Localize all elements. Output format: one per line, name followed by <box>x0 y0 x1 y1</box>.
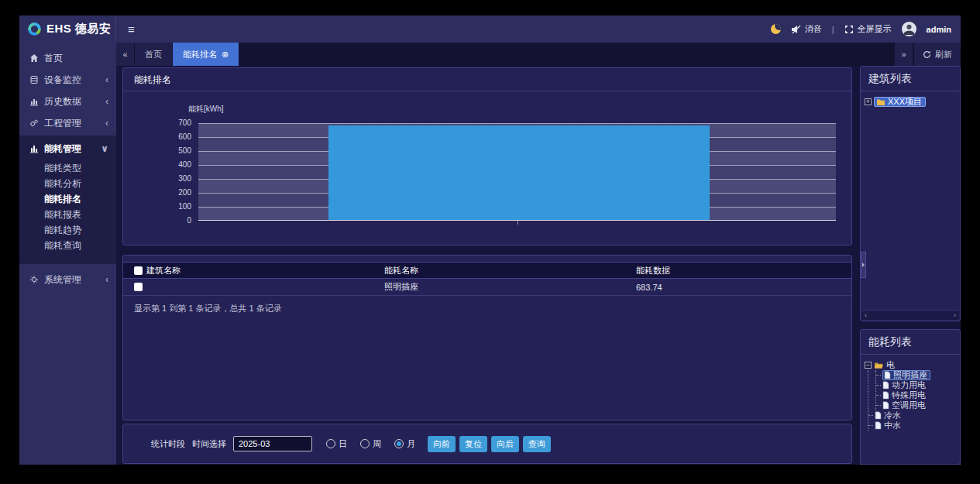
previous-button[interactable]: 向前 <box>428 436 456 452</box>
table-panel: 建筑名称 能耗名称 能耗数据 照明插座 683.74 显示第 1 到第 1 条记… <box>122 255 852 420</box>
y-axis-label: 能耗[kWh] <box>188 104 224 115</box>
sidebar-subitem-energy-report[interactable]: 能耗报表 <box>19 207 116 222</box>
mute-speaker-icon <box>791 25 801 34</box>
username-label[interactable]: admin <box>927 25 951 34</box>
topbar-divider: | <box>832 25 834 34</box>
building-tree-root[interactable]: + XXX项目 <box>865 97 956 107</box>
sidebar-subitem-energy-query[interactable]: 能耗查询 <box>19 238 116 253</box>
theme-moon-icon[interactable] <box>771 24 781 34</box>
chevron-left-icon: ‹ <box>105 274 108 285</box>
building-list-panel: 建筑列表 + XXX项目 ‹ › <box>860 66 961 321</box>
sidebar-item-history-data[interactable]: 历史数据 ‹ <box>19 91 116 112</box>
sidebar-subitem-energy-type[interactable]: 能耗类型 <box>19 160 116 176</box>
device-monitor-icon <box>29 75 39 84</box>
folder-icon <box>876 98 885 106</box>
column-header-energy-name: 能耗名称 <box>384 265 636 276</box>
collapse-arrow-icon <box>862 263 865 267</box>
sidebar-item-project-mgmt[interactable]: 工程管理 ‹ <box>19 112 116 134</box>
refresh-icon <box>923 50 931 59</box>
energy-tree-children: 照明插座 动力用电 特殊用电 空调用电 <box>875 370 956 410</box>
sidebar-subitem-energy-trend[interactable]: 能耗趋势 <box>19 222 116 238</box>
tabs-scroll-forward-button[interactable]: » <box>895 43 913 66</box>
expand-minus-icon[interactable]: − <box>865 362 872 369</box>
panel-collapse-handle[interactable] <box>861 252 866 278</box>
sidebar-item-device-monitor[interactable]: 设备监控 ‹ <box>19 69 116 91</box>
radio-week[interactable]: 周 <box>360 438 381 450</box>
reset-button[interactable]: 复位 <box>459 436 487 452</box>
energy-node-label: 中水 <box>884 420 901 431</box>
tab-close-icon[interactable]: ⊗ <box>222 50 229 59</box>
file-icon <box>884 371 891 379</box>
energy-bar[interactable] <box>328 125 710 220</box>
energy-chart-icon <box>29 144 39 153</box>
sidebar-item-label: 设备监控 <box>44 74 81 87</box>
y-axis-tick-labels: 7006005004003002001000 <box>123 118 191 226</box>
time-select-label: 时间选择 <box>192 438 226 450</box>
brand: EHS 德易安 <box>19 15 116 43</box>
file-icon <box>882 401 889 410</box>
table-row[interactable]: 照明插座 683.74 <box>123 279 851 296</box>
chevron-down-icon: ∨ <box>101 143 108 154</box>
fullscreen-arrows-icon <box>844 25 854 34</box>
chevron-left-icon: ‹ <box>105 96 108 107</box>
building-tree-selected-node[interactable]: XXX项目 <box>874 97 926 107</box>
select-all-checkbox[interactable] <box>134 266 143 275</box>
section-label: 统计时段 <box>151 438 185 450</box>
row-checkbox[interactable] <box>134 283 143 291</box>
radio-week-circle[interactable] <box>360 439 370 448</box>
time-controls-panel: 统计时段 时间选择 日 周 月 向前 复位 向后 <box>122 424 852 464</box>
tab-home[interactable]: 首页 <box>135 43 173 66</box>
mute-label: 消音 <box>805 23 822 35</box>
sidebar-item-home[interactable]: 首页 <box>19 47 116 69</box>
sidebar-item-label: 系统管理 <box>44 273 81 287</box>
building-panel-hscrollbar[interactable]: ‹ › <box>861 310 959 320</box>
topbar-content: ≡ 消音 | 全屏显示 admin <box>116 15 961 43</box>
tabbar-spacer <box>239 43 895 66</box>
refresh-button[interactable]: 刷新 <box>913 43 961 66</box>
tabs-scroll-back-button[interactable]: « <box>116 43 135 66</box>
sidebar-item-energy-mgmt[interactable]: 能耗管理 ∨ <box>19 137 116 160</box>
sidebar: 首页 设备监控 ‹ 历史数据 ‹ 工程管理 ‹ 能耗管理 ∨ 能耗类型 能耗分析… <box>19 43 116 465</box>
file-icon <box>882 391 889 400</box>
radio-day[interactable]: 日 <box>326 438 347 450</box>
time-input[interactable] <box>233 436 312 451</box>
expand-plus-icon[interactable]: + <box>865 98 872 105</box>
radio-month-label: 月 <box>407 438 415 450</box>
right-sidebar: 建筑列表 + XXX项目 ‹ › 能耗列表 <box>860 66 961 465</box>
radio-day-circle[interactable] <box>326 439 335 448</box>
sidebar-subitem-energy-ranking[interactable]: 能耗排名 <box>19 191 116 207</box>
sidebar-item-system-mgmt[interactable]: 系统管理 ‹ <box>19 269 116 290</box>
column-header-building: 建筑名称 <box>146 265 384 276</box>
tab-energy-ranking[interactable]: 能耗排名 ⊗ <box>173 43 239 66</box>
avatar-person-icon <box>902 22 916 36</box>
query-button[interactable]: 查询 <box>523 436 551 452</box>
topbar-right: 消音 | 全屏显示 admin <box>771 22 951 36</box>
cell-energy-name: 照明插座 <box>384 281 636 293</box>
scroll-right-icon[interactable]: › <box>954 312 956 319</box>
user-avatar[interactable] <box>902 22 916 36</box>
building-tree: + XXX项目 <box>861 91 960 112</box>
radio-month-circle[interactable] <box>394 439 404 448</box>
gear-icon <box>29 275 39 284</box>
x-axis-tick <box>518 221 518 225</box>
energy-tree-item-reclaimed-water[interactable]: 中水 <box>868 420 956 431</box>
records-summary: 显示第 1 到第 1 条记录，总共 1 条记录 <box>123 303 851 314</box>
sidebar-subitem-energy-analysis[interactable]: 能耗分析 <box>19 176 116 191</box>
energy-tree-item-cold-water[interactable]: 冷水 <box>868 410 956 420</box>
mute-button[interactable]: 消音 <box>791 23 822 35</box>
sidebar-item-label: 历史数据 <box>44 95 81 108</box>
next-button[interactable]: 向后 <box>491 436 519 452</box>
fullscreen-label: 全屏显示 <box>858 23 892 35</box>
energy-list-title: 能耗列表 <box>861 330 960 355</box>
radio-day-label: 日 <box>339 438 347 450</box>
folder-open-icon <box>874 362 884 369</box>
scroll-left-icon[interactable]: ‹ <box>865 312 867 319</box>
chart-panel: 能耗排名 能耗[kWh] 7006005004003002001000 <box>122 67 852 245</box>
chevron-left-icon: ‹ <box>105 74 108 85</box>
tabbar: « 首页 能耗排名 ⊗ » 刷新 <box>116 43 961 66</box>
file-icon <box>875 421 882 430</box>
menu-toggle-icon[interactable]: ≡ <box>128 22 135 36</box>
brand-title: EHS 德易安 <box>46 22 112 36</box>
fullscreen-button[interactable]: 全屏显示 <box>844 23 892 35</box>
radio-month[interactable]: 月 <box>394 438 415 450</box>
